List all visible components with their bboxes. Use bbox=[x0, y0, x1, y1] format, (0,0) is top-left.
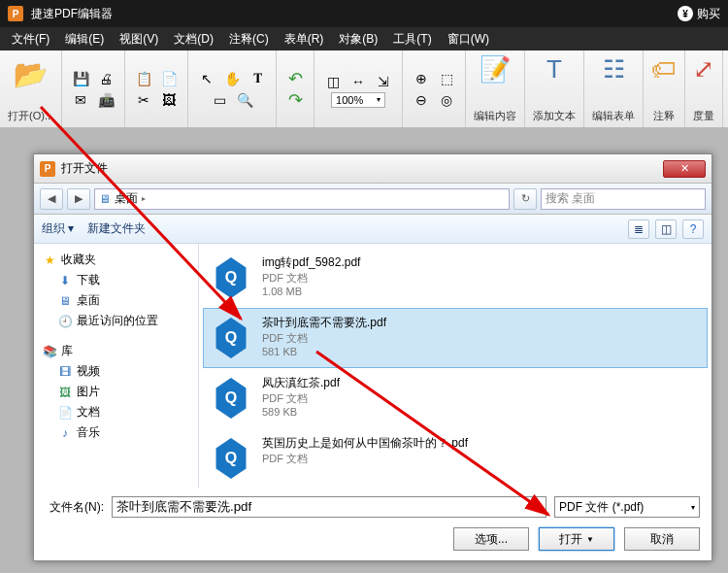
help-button[interactable]: ? bbox=[682, 219, 704, 239]
zoom-in-icon[interactable]: ⊕ bbox=[411, 68, 432, 89]
preview-pane-button[interactable]: ◫ bbox=[655, 219, 677, 239]
refresh-button[interactable]: ↻ bbox=[513, 188, 537, 210]
marquee-zoom-icon[interactable]: ⬚ bbox=[436, 68, 457, 89]
file-filter-dropdown[interactable]: PDF 文件 (*.pdf)▾ bbox=[554, 496, 700, 518]
zoom-input[interactable]: 100%▾ bbox=[331, 92, 385, 108]
desktop-small-icon: 🖥 bbox=[57, 294, 73, 308]
view-mode-button[interactable]: ≣ bbox=[628, 219, 649, 239]
desktop-icon: 🖥 bbox=[99, 192, 111, 206]
menu-window[interactable]: 窗口(W) bbox=[440, 31, 497, 48]
sidebar-favorites[interactable]: ★收藏夹 bbox=[38, 250, 194, 270]
forward-button[interactable]: ▶ bbox=[67, 188, 90, 210]
file-item[interactable]: Q 茶叶到底需不需要洗.pdf PDF 文档 581 KB bbox=[203, 308, 708, 368]
cut-icon[interactable]: ✂ bbox=[133, 89, 154, 111]
loupe-icon[interactable]: ◎ bbox=[436, 89, 457, 111]
breadcrumb[interactable]: 🖥桌面▸ bbox=[94, 188, 510, 210]
dialog-toolbar: 组织 ▾ 新建文件夹 ≣ ◫ ? bbox=[34, 215, 711, 244]
pdf-icon: Q bbox=[214, 318, 248, 358]
ribbon-group-measure[interactable]: ⤢ 度量 bbox=[685, 51, 723, 127]
menu-view[interactable]: 视图(V) bbox=[112, 31, 166, 48]
sidebar-documents[interactable]: 📄文档 bbox=[38, 402, 194, 422]
music-icon: ♪ bbox=[57, 426, 73, 440]
find-icon[interactable]: 🔍 bbox=[234, 89, 255, 111]
redo-icon[interactable]: ↷ bbox=[284, 89, 306, 111]
buy-button[interactable]: ¥ 购买 bbox=[678, 6, 720, 22]
fit-width-icon[interactable]: ↔ bbox=[347, 71, 369, 92]
dialog-title: 打开文件 bbox=[61, 160, 663, 177]
menu-file[interactable]: 文件(F) bbox=[4, 31, 57, 48]
zoom-value: 100% bbox=[336, 94, 363, 106]
file-size: 589 KB bbox=[262, 406, 340, 418]
pointer-icon[interactable]: ↖ bbox=[196, 68, 217, 89]
measure-icon: ⤢ bbox=[693, 54, 714, 84]
file-item[interactable]: Q img转pdf_5982.pdf PDF 文档 1.08 MB bbox=[203, 248, 708, 308]
file-name: 英国历史上是如何从中国偷茶叶的？.pdf bbox=[262, 435, 468, 452]
paste-icon[interactable]: 📄 bbox=[158, 68, 180, 89]
back-button[interactable]: ◀ bbox=[40, 188, 63, 210]
filename-input[interactable] bbox=[112, 496, 546, 518]
search-placeholder: 搜索 桌面 bbox=[546, 190, 595, 207]
file-item[interactable]: Q 英国历史上是如何从中国偷茶叶的？.pdf PDF 文档 bbox=[203, 428, 708, 489]
chevron-down-icon: ▾ bbox=[377, 95, 381, 104]
open-button[interactable]: 打开▼ bbox=[539, 527, 614, 551]
dialog-app-icon: P bbox=[40, 161, 55, 177]
sidebar-pictures[interactable]: 🖼图片 bbox=[38, 382, 194, 402]
sidebar-recent[interactable]: 🕘最近访问的位置 bbox=[38, 311, 194, 331]
ribbon-group-clipboard: 📋📄 ✂🖼 bbox=[125, 51, 188, 127]
file-name: 凤庆滇红茶.pdf bbox=[262, 375, 340, 391]
sidebar-desktop[interactable]: 🖥桌面 bbox=[38, 290, 194, 311]
menu-document[interactable]: 文档(D) bbox=[166, 31, 221, 48]
search-input[interactable]: 搜索 桌面 bbox=[541, 188, 706, 210]
app-icon: P bbox=[8, 6, 23, 21]
picture-icon[interactable]: 🖼 bbox=[158, 89, 180, 111]
newfolder-button[interactable]: 新建文件夹 bbox=[87, 220, 146, 237]
dialog-titlebar: P 打开文件 ✕ bbox=[34, 154, 711, 184]
edit-content-icon: 📝 bbox=[480, 54, 511, 84]
hand-icon[interactable]: ✋ bbox=[221, 68, 243, 89]
organize-button[interactable]: 组织 ▾ bbox=[42, 220, 74, 237]
undo-icon[interactable]: ↶ bbox=[284, 68, 306, 89]
menu-form[interactable]: 表单(R) bbox=[277, 31, 332, 48]
ribbon-group-file: 💾🖨 ✉📠 bbox=[62, 51, 125, 127]
picture-small-icon: 🖼 bbox=[57, 386, 73, 399]
edit-form-label: 编辑表单 bbox=[592, 109, 635, 123]
menu-object[interactable]: 对象(B) bbox=[331, 31, 385, 48]
sidebar: ★收藏夹 ⬇下载 🖥桌面 🕘最近访问的位置 📚库 🎞视频 🖼图片 📄文档 ♪音乐 bbox=[34, 244, 199, 489]
copy-icon[interactable]: 📋 bbox=[133, 68, 154, 89]
menu-comment[interactable]: 注释(C) bbox=[221, 31, 277, 48]
app-title: 捷速PDF编辑器 bbox=[31, 6, 678, 22]
open-button[interactable]: 📂 bbox=[12, 54, 50, 93]
ribbon-group-select: ↖✋𝐓 ▭🔍 bbox=[188, 51, 277, 127]
print-icon[interactable]: 🖨 bbox=[95, 68, 116, 89]
sidebar-downloads[interactable]: ⬇下载 bbox=[38, 270, 194, 290]
cancel-button[interactable]: 取消 bbox=[624, 527, 700, 551]
sidebar-library[interactable]: 📚库 bbox=[38, 341, 194, 361]
options-button[interactable]: 选项... bbox=[453, 527, 529, 551]
menu-tool[interactable]: 工具(T) bbox=[385, 31, 439, 48]
ribbon-group-annotate[interactable]: 🏷 注释 bbox=[644, 51, 685, 127]
folder-open-icon: 📂 bbox=[14, 58, 48, 90]
save-icon[interactable]: 💾 bbox=[70, 68, 91, 89]
actual-size-icon[interactable]: ◫ bbox=[322, 71, 344, 92]
zoom-out-icon[interactable]: ⊖ bbox=[411, 89, 432, 111]
file-name: img转pdf_5982.pdf bbox=[262, 254, 360, 271]
pdf-icon: Q bbox=[214, 257, 248, 298]
close-button[interactable]: ✕ bbox=[663, 160, 706, 178]
recent-icon: 🕘 bbox=[57, 315, 73, 328]
sidebar-music[interactable]: ♪音乐 bbox=[38, 422, 194, 443]
mail-icon[interactable]: ✉ bbox=[70, 89, 91, 111]
menu-edit[interactable]: 编辑(E) bbox=[57, 31, 112, 48]
video-icon: 🎞 bbox=[57, 365, 73, 379]
snapshot-icon[interactable]: ▭ bbox=[209, 89, 230, 111]
library-icon: 📚 bbox=[42, 345, 57, 358]
ribbon-group-edit-content[interactable]: 📝 编辑内容 bbox=[466, 51, 525, 127]
text-select-icon[interactable]: 𝐓 bbox=[247, 68, 268, 89]
ribbon-group-add-text[interactable]: T 添加文本 bbox=[525, 51, 584, 127]
menubar: 文件(F) 编辑(E) 视图(V) 文档(D) 注释(C) 表单(R) 对象(B… bbox=[0, 27, 728, 51]
fit-page-icon[interactable]: ⇲ bbox=[373, 71, 394, 92]
sidebar-videos[interactable]: 🎞视频 bbox=[38, 361, 194, 382]
file-item[interactable]: Q 凤庆滇红茶.pdf PDF 文档 589 KB bbox=[203, 368, 708, 428]
scan-icon[interactable]: 📠 bbox=[95, 89, 116, 111]
buy-label: 购买 bbox=[697, 6, 720, 22]
ribbon-group-edit-form[interactable]: ☷ 编辑表单 bbox=[584, 51, 644, 127]
